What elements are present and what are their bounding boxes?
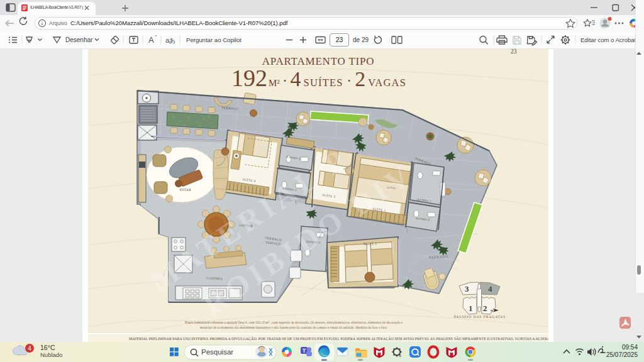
svg-text:A: A xyxy=(148,35,154,45)
svg-text:materiais de acabamento são me: materiais de acabamento são meramente il… xyxy=(200,326,387,329)
svg-text:PASSEIO DAS FRAGATAS: PASSEIO DAS FRAGATAS xyxy=(454,315,506,319)
svg-text:4: 4 xyxy=(488,284,492,293)
svg-text:ESTAR: ESTAR xyxy=(180,188,191,192)
svg-text:T: T xyxy=(303,348,306,354)
svg-text:MATERIAL PRELIMINAR PARA USO I: MATERIAL PRELIMINAR PARA USO INTERNO. PR… xyxy=(129,336,560,341)
svg-text:4: 4 xyxy=(28,345,31,352)
svg-text:3: 3 xyxy=(465,284,469,293)
svg-text:APARTAMENTO TIPO: APARTAMENTO TIPO xyxy=(262,55,375,67)
svg-text:N: N xyxy=(491,309,493,312)
svg-text:Planta humanizada referente a: Planta humanizada referente a unidade fi… xyxy=(185,321,403,324)
svg-text:⌃: ⌃ xyxy=(154,35,158,39)
svg-text:あ: あ xyxy=(169,37,175,44)
svg-text:23: 23 xyxy=(511,49,517,55)
svg-text:s: s xyxy=(399,353,402,358)
svg-text:1: 1 xyxy=(469,304,473,313)
svg-text:SUÍTE 2: SUÍTE 2 xyxy=(364,241,377,246)
svg-text:Pesquisar: Pesquisar xyxy=(201,348,233,356)
svg-text:2: 2 xyxy=(483,304,487,313)
